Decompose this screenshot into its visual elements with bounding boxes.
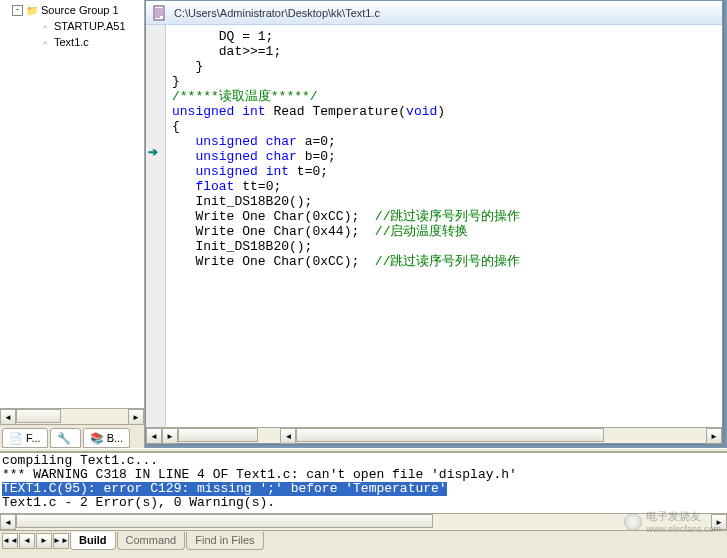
scroll-right-button[interactable]: ► <box>162 428 178 444</box>
folder-icon: 📁 <box>25 3 39 17</box>
output-hscrollbar[interactable]: ◄ ► <box>0 514 727 530</box>
files-icon: 📄 <box>9 432 23 444</box>
editor-title: C:\Users\Administrator\Desktop\kk\Text1.… <box>174 7 380 19</box>
left-tabstrip: 📄F... 🔧 📚B... <box>0 424 144 448</box>
collapse-icon[interactable]: - <box>12 5 23 16</box>
tree-file-startup[interactable]: ▫ STARTUP.A51 <box>4 18 144 34</box>
scroll-right-button[interactable]: ► <box>711 514 727 530</box>
tree-hscrollbar[interactable]: ◄ ► <box>0 408 144 424</box>
tab-nav-last[interactable]: ►► <box>53 533 69 549</box>
scroll-thumb[interactable] <box>16 514 433 528</box>
tree-file-label: Text1.c <box>54 36 89 48</box>
project-tree-panel: - 📁 Source Group 1 ▫ STARTUP.A51 ▫ Text1… <box>0 0 145 448</box>
editor-gutter: ➔ <box>146 25 166 427</box>
scroll-right-button[interactable]: ► <box>706 428 722 444</box>
scroll-left-button[interactable]: ◄ <box>0 514 16 530</box>
scroll-thumb[interactable] <box>296 428 603 442</box>
tab-build[interactable]: Build <box>70 532 116 550</box>
editor-titlebar[interactable]: C:\Users\Administrator\Desktop\kk\Text1.… <box>146 1 722 25</box>
document-icon <box>152 5 168 21</box>
tab-nav-first[interactable]: ◄◄ <box>2 533 18 549</box>
tab-nav-next[interactable]: ► <box>36 533 52 549</box>
tab-find-in-files[interactable]: Find in Files <box>186 532 263 550</box>
c-file-icon: ▫ <box>38 35 52 49</box>
tab-books[interactable]: 📚B... <box>83 428 131 448</box>
scroll-left-button[interactable]: ◄ <box>0 409 16 425</box>
editor-hscrollbar[interactable]: ◄ ► ◄ ► <box>146 427 722 443</box>
code-editor[interactable]: DQ = 1; dat>>=1; } } /*****读取温度*****/ un… <box>166 25 722 427</box>
editor-window: C:\Users\Administrator\Desktop\kk\Text1.… <box>145 0 723 444</box>
tree-file-text1[interactable]: ▫ Text1.c <box>4 34 144 50</box>
output-tabstrip: ◄◄ ◄ ► ►► Build Command Find in Files <box>0 530 727 550</box>
current-line-arrow-icon: ➔ <box>148 145 158 159</box>
build-output-panel[interactable]: compiling Text1.c... *** WARNING C318 IN… <box>0 452 727 514</box>
tree-group[interactable]: - 📁 Source Group 1 <box>4 2 144 18</box>
tab-nav-prev[interactable]: ◄ <box>19 533 35 549</box>
tab-command[interactable]: Command <box>117 532 186 550</box>
tab-regs[interactable]: 🔧 <box>50 428 81 448</box>
build-output-text[interactable]: compiling Text1.c... *** WARNING C318 IN… <box>0 453 727 511</box>
selected-error-line[interactable]: TEXT1.C(95): error C129: missing ';' bef… <box>2 482 447 496</box>
project-tree: - 📁 Source Group 1 ▫ STARTUP.A51 ▫ Text1… <box>0 0 144 408</box>
scroll-left-button[interactable]: ◄ <box>280 428 296 444</box>
scroll-thumb[interactable] <box>178 428 258 442</box>
tree-group-label: Source Group 1 <box>41 4 119 16</box>
regs-icon: 🔧 <box>57 432 71 444</box>
scroll-thumb[interactable] <box>16 409 61 423</box>
scroll-right-button[interactable]: ► <box>128 409 144 425</box>
mdi-area: C:\Users\Administrator\Desktop\kk\Text1.… <box>145 0 727 448</box>
scroll-left-button[interactable]: ◄ <box>146 428 162 444</box>
asm-file-icon: ▫ <box>38 19 52 33</box>
tree-file-label: STARTUP.A51 <box>54 20 126 32</box>
books-icon: 📚 <box>90 432 104 444</box>
tab-files[interactable]: 📄F... <box>2 428 48 448</box>
